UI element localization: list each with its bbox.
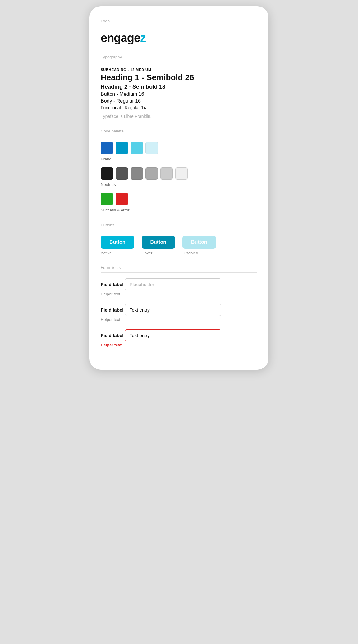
logo-text: engagez bbox=[101, 32, 257, 45]
type-h2: Heading 2 - Semibold 18 bbox=[101, 84, 257, 90]
neutral-color-group: Neutrals bbox=[101, 167, 257, 187]
button-hover-item: Button Hover bbox=[142, 236, 175, 255]
brand-swatch-1 bbox=[101, 142, 113, 154]
form-fields-section: Form fields Field label Helper text Fiel… bbox=[101, 265, 257, 347]
hover-button-label: Hover bbox=[142, 251, 153, 255]
field-3-input[interactable] bbox=[125, 329, 221, 341]
status-swatches bbox=[101, 193, 257, 205]
field-2-helper: Helper text bbox=[101, 317, 257, 322]
logo-section-label: Logo bbox=[101, 19, 257, 23]
brand-label: Brand bbox=[101, 157, 112, 161]
typography-divider bbox=[101, 62, 257, 62]
neutral-swatch-5 bbox=[160, 167, 173, 180]
form-divider bbox=[101, 272, 257, 273]
button-active-item: Button Active bbox=[101, 236, 134, 255]
typography-section: Typography SUBHEADING - 12 MEDIUM Headin… bbox=[101, 55, 257, 119]
success-swatch bbox=[101, 193, 113, 205]
field-1-input[interactable] bbox=[125, 278, 221, 290]
field-2-label: Field label bbox=[101, 307, 123, 313]
hover-button[interactable]: Button bbox=[142, 236, 175, 249]
status-color-group: Success & error bbox=[101, 193, 257, 213]
brand-swatch-3 bbox=[131, 142, 143, 154]
neutral-swatch-3 bbox=[131, 167, 143, 180]
type-functional-style: Functional - Regular 14 bbox=[101, 105, 257, 110]
form-field-3: Field label Helper text bbox=[101, 329, 257, 347]
logo-text-engage: engage bbox=[101, 31, 140, 44]
neutral-swatch-2 bbox=[116, 167, 128, 180]
field-3-label: Field label bbox=[101, 333, 123, 338]
phone-frame: Logo engagez Typography SUBHEADING - 12 … bbox=[90, 6, 268, 370]
type-h1: Heading 1 - Semibold 26 bbox=[101, 73, 257, 82]
logo-section: Logo engagez bbox=[101, 19, 257, 45]
buttons-divider bbox=[101, 230, 257, 230]
form-field-2: Field label Helper text bbox=[101, 304, 257, 322]
typography-section-label: Typography bbox=[101, 55, 257, 59]
form-section-label: Form fields bbox=[101, 265, 257, 270]
neutrals-label: Neutrals bbox=[101, 182, 116, 187]
error-swatch bbox=[116, 193, 128, 205]
button-group: Button Active Button Hover Button Disabl… bbox=[101, 236, 257, 255]
type-body-style: Body - Regular 16 bbox=[101, 98, 257, 104]
logo-divider bbox=[101, 26, 257, 26]
disabled-button-label: Disabled bbox=[182, 251, 198, 255]
brand-color-group: Brand bbox=[101, 142, 257, 162]
color-section-label: Color palette bbox=[101, 129, 257, 133]
field-3-helper: Helper text bbox=[101, 343, 257, 347]
button-disabled-item: Button Disabled bbox=[182, 236, 216, 255]
active-button[interactable]: Button bbox=[101, 236, 134, 249]
type-subheading: SUBHEADING - 12 MEDIUM bbox=[101, 68, 257, 72]
brand-swatch-2 bbox=[116, 142, 128, 154]
type-button-style: Button - Medium 16 bbox=[101, 91, 257, 97]
field-1-label: Field label bbox=[101, 282, 123, 287]
color-divider bbox=[101, 136, 257, 136]
brand-swatch-4 bbox=[145, 142, 158, 154]
neutral-swatches bbox=[101, 167, 257, 180]
active-button-label: Active bbox=[101, 251, 112, 255]
neutral-swatch-6 bbox=[175, 167, 188, 180]
buttons-section-label: Buttons bbox=[101, 223, 257, 227]
typeface-note: Typeface is Libre Franklin. bbox=[101, 114, 257, 119]
form-field-1: Field label Helper text bbox=[101, 278, 257, 296]
status-label: Success & error bbox=[101, 208, 129, 212]
field-1-helper: Helper text bbox=[101, 292, 257, 296]
neutral-swatch-1 bbox=[101, 167, 113, 180]
field-2-input[interactable] bbox=[125, 304, 221, 316]
logo-text-z: z bbox=[140, 31, 146, 44]
buttons-section: Buttons Button Active Button Hover Butto… bbox=[101, 223, 257, 255]
disabled-button[interactable]: Button bbox=[182, 236, 216, 249]
brand-swatches bbox=[101, 142, 257, 154]
color-palette-section: Color palette Brand Neutrals bbox=[101, 129, 257, 213]
neutral-swatch-4 bbox=[145, 167, 158, 180]
